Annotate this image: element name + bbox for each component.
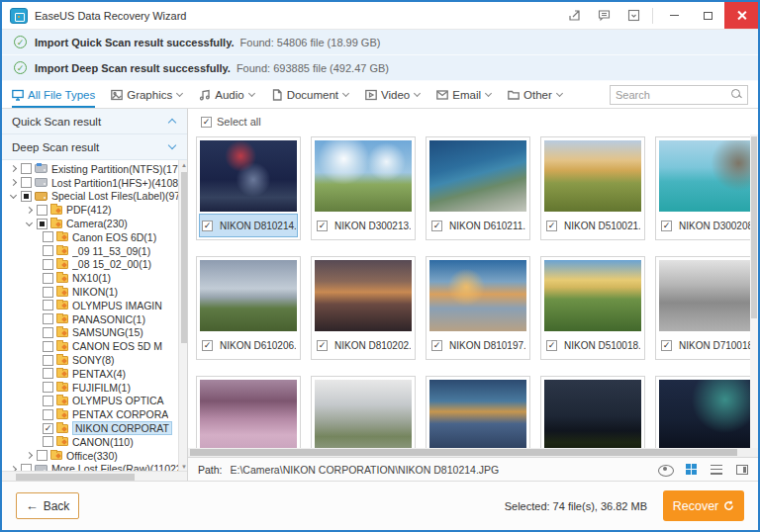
- checkbox[interactable]: [43, 327, 53, 338]
- file-card[interactable]: NIKON D300213...: [311, 136, 416, 240]
- tree-item[interactable]: FUJIFILM(1): [2, 381, 187, 395]
- tree-item[interactable]: _08 15_02_00(1): [2, 258, 187, 272]
- tree-item[interactable]: More Lost Files(Raw)(110223: [2, 463, 187, 471]
- tree-item[interactable]: PDF(412): [2, 203, 187, 217]
- checkbox[interactable]: [43, 231, 53, 242]
- tree-item[interactable]: OLYMPUS IMAGIN: [2, 299, 187, 312]
- tree-item[interactable]: Special Lost Files(Label)(972): [2, 190, 187, 204]
- tree-vertical-scrollbar[interactable]: ▲▼: [178, 160, 187, 471]
- photo-thumbnail[interactable]: [544, 140, 641, 212]
- feedback-icon[interactable]: [589, 2, 618, 29]
- tab-email[interactable]: Email: [436, 81, 492, 108]
- checkbox[interactable]: [21, 464, 32, 471]
- tree-item[interactable]: PENTAX CORPORA: [2, 407, 187, 421]
- maximize-button[interactable]: [691, 2, 724, 29]
- photo-thumbnail[interactable]: [659, 380, 756, 448]
- tree-item[interactable]: OLYMPUS OPTICA: [2, 395, 187, 408]
- grid-view-icon[interactable]: [686, 464, 697, 475]
- menu-dropdown-icon[interactable]: [618, 2, 648, 29]
- file-checkbox-checked[interactable]: [317, 340, 328, 351]
- detail-view-icon[interactable]: [736, 465, 748, 475]
- file-card[interactable]: [311, 376, 416, 448]
- checkbox[interactable]: [21, 163, 32, 174]
- file-checkbox-checked[interactable]: [661, 221, 672, 231]
- photo-thumbnail[interactable]: [429, 260, 526, 331]
- deep-scan-section-header[interactable]: Deep Scan result: [2, 134, 187, 160]
- tree-item[interactable]: CANON(110): [2, 435, 187, 449]
- file-card[interactable]: NIKON D510018...: [540, 256, 645, 360]
- tree-item[interactable]: _09 11_53_09(1): [2, 244, 187, 258]
- recover-button[interactable]: Recover: [663, 490, 744, 521]
- photo-thumbnail[interactable]: [429, 380, 526, 448]
- chevron-down-icon[interactable]: [8, 191, 20, 201]
- chevron-right-icon[interactable]: [24, 451, 36, 461]
- checkbox[interactable]: [43, 341, 53, 352]
- quick-scan-section-header[interactable]: Quick Scan result: [2, 109, 187, 134]
- checkbox[interactable]: [43, 436, 53, 447]
- search-input[interactable]: [616, 89, 731, 101]
- file-card[interactable]: NIKON D610211...: [426, 136, 530, 240]
- tab-all-file-types[interactable]: All File Types: [12, 81, 95, 108]
- file-card[interactable]: NIKON D300208...: [655, 136, 758, 240]
- checkbox[interactable]: [43, 409, 53, 420]
- grid-vertical-scrollbar[interactable]: [750, 134, 758, 448]
- tree-item[interactable]: NIKON(1): [2, 285, 187, 299]
- tree-item[interactable]: PANASONIC(1): [2, 312, 187, 326]
- photo-thumbnail[interactable]: [659, 260, 756, 331]
- checkbox-indeterminate[interactable]: [37, 219, 48, 229]
- tree-horizontal-scrollbar[interactable]: [2, 471, 187, 481]
- file-card[interactable]: NIKON D610206...: [196, 256, 301, 360]
- tree-item[interactable]: Office(330): [2, 449, 187, 463]
- chevron-right-icon[interactable]: [24, 205, 36, 215]
- file-checkbox-checked[interactable]: [546, 340, 557, 351]
- tab-document[interactable]: Document: [271, 81, 349, 108]
- chevron-down-icon[interactable]: [24, 219, 36, 228]
- preview-eye-icon[interactable]: [658, 465, 672, 475]
- tree-item[interactable]: Canon EOS 6D(1): [2, 230, 187, 244]
- file-card[interactable]: NIKON D710018...: [655, 256, 758, 360]
- chevron-right-icon[interactable]: [8, 464, 20, 471]
- file-checkbox-checked[interactable]: [661, 340, 672, 351]
- checkbox[interactable]: [43, 396, 53, 406]
- checkbox[interactable]: [43, 259, 53, 270]
- file-checkbox-checked[interactable]: [546, 221, 557, 231]
- tree-item[interactable]: SONY(8): [2, 353, 187, 367]
- chevron-right-icon[interactable]: [8, 164, 20, 174]
- tab-video[interactable]: Video: [365, 81, 421, 108]
- tree-item[interactable]: CANON EOS 5D M: [2, 339, 187, 353]
- photo-thumbnail[interactable]: [315, 380, 412, 448]
- select-all-checkbox[interactable]: [201, 117, 212, 128]
- file-card[interactable]: [426, 376, 530, 448]
- photo-thumbnail[interactable]: [200, 140, 297, 212]
- photo-thumbnail[interactable]: [200, 380, 297, 448]
- checkbox-indeterminate[interactable]: [21, 191, 32, 202]
- checkbox[interactable]: [43, 313, 53, 324]
- back-button[interactable]: ← Back: [16, 492, 79, 519]
- file-checkbox-checked[interactable]: [202, 221, 213, 231]
- checkbox[interactable]: [43, 273, 53, 284]
- checkbox[interactable]: [43, 355, 53, 366]
- checkbox[interactable]: [37, 450, 48, 461]
- search-icon[interactable]: [731, 89, 742, 100]
- checkbox[interactable]: [43, 287, 53, 298]
- checkbox[interactable]: [21, 177, 32, 188]
- checkbox[interactable]: [43, 300, 53, 310]
- checkbox-checked[interactable]: [43, 423, 53, 434]
- checkbox[interactable]: [43, 368, 53, 379]
- checkbox[interactable]: [43, 245, 53, 256]
- chevron-right-icon[interactable]: [8, 178, 20, 188]
- file-card[interactable]: NIKON D510021...: [540, 136, 645, 240]
- tree-item[interactable]: Camera(230): [2, 217, 187, 230]
- tab-audio[interactable]: Audio: [199, 81, 254, 108]
- file-card[interactable]: NIKON D810202...: [311, 256, 416, 360]
- tree-item[interactable]: NX10(1): [2, 271, 187, 285]
- tree-item[interactable]: SAMSUNG(15): [2, 326, 187, 340]
- search-box[interactable]: [610, 85, 748, 105]
- file-card[interactable]: NIKON D810197...: [426, 256, 530, 360]
- photo-thumbnail[interactable]: [544, 380, 641, 448]
- file-checkbox-checked[interactable]: [202, 340, 213, 351]
- file-card[interactable]: NIKON D810214...: [196, 136, 301, 240]
- minimize-button[interactable]: [657, 2, 691, 29]
- tab-graphics[interactable]: Graphics: [111, 81, 183, 108]
- close-button[interactable]: [724, 2, 758, 29]
